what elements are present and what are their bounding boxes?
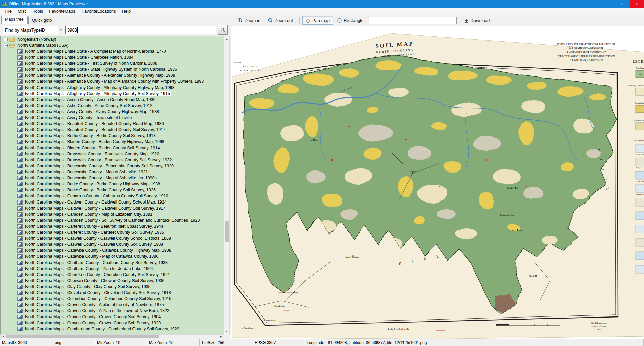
- tree-item[interactable]: North Carolina Maps - Bladen County - Bl…: [1, 145, 224, 151]
- tree-vertical-scrollbar[interactable]: ▲ ▼: [224, 36, 230, 334]
- expand-icon[interactable]: +: [4, 38, 8, 41]
- tree-item[interactable]: North Carolina Maps - Camden County - So…: [1, 217, 224, 223]
- tree-item[interactable]: North Carolina Maps - Brunswick County -…: [1, 151, 224, 157]
- agency-line: DIRECTOR AGRICULTURAL EXPERIMENT STATION: [558, 55, 615, 58]
- tree-item-label: North Carolina Maps - Burke County - Bur…: [24, 182, 161, 186]
- tree-item[interactable]: North Carolina Maps - Buncombe County - …: [1, 163, 224, 169]
- map-thumbnail-icon: [17, 273, 23, 277]
- tree-item[interactable]: North Carolina Maps - Alleghany County -…: [1, 84, 224, 91]
- tree-item[interactable]: North Carolina Maps - Carteret County - …: [1, 229, 224, 235]
- map-thumbnail-icon: [17, 73, 23, 78]
- tab-strip: Maps tree Quick goto: [0, 15, 230, 24]
- scroll-up-arrow[interactable]: ▲: [224, 36, 229, 41]
- close-button[interactable]: ×: [630, 0, 644, 8]
- agency-line: NORTH CAROLINA DEPARTMENT OF AGRICULTURE: [557, 43, 616, 46]
- legend-item-label: Porters loam: [635, 102, 644, 104]
- scroll-thumb[interactable]: [225, 221, 229, 242]
- tree-item[interactable]: North Carolina Maps Entire State - A Com…: [1, 48, 224, 54]
- tree-horizontal-scrollbar[interactable]: ◀ ▶: [0, 334, 224, 339]
- tree-item[interactable]: North Carolina Maps - Alleghany County -…: [1, 91, 224, 97]
- menu-item-help[interactable]: Help: [119, 8, 134, 14]
- tab-maps-tree[interactable]: Maps tree: [1, 16, 28, 24]
- tree-item[interactable]: North Carolina Maps - Craven County - A …: [1, 308, 224, 314]
- zoom-in-button[interactable]: Zoom in: [234, 16, 264, 25]
- menu-item-file[interactable]: File: [2, 8, 15, 14]
- tree-item[interactable]: North Carolina Maps - Beaufort County - …: [1, 121, 224, 127]
- zoom-out-button[interactable]: Zoom out: [264, 16, 297, 25]
- convention-caption: Boundary line: [636, 194, 644, 195]
- chevron-down-icon[interactable]: ▼: [58, 26, 64, 34]
- tree-item[interactable]: North Carolina Maps - Ashe County - Ashe…: [1, 103, 224, 109]
- tree-item[interactable]: North Carolina Maps - Carteret County - …: [1, 223, 224, 229]
- toolbar-input[interactable]: [369, 17, 457, 24]
- tree-item[interactable]: North Carolina Maps - Avery County - Tow…: [1, 115, 224, 121]
- tree-item[interactable]: North Carolina Maps - Chowan County - Ch…: [1, 278, 224, 284]
- tree-item[interactable]: North Carolina Maps Entire State - First…: [1, 60, 224, 66]
- collapse-icon[interactable]: −: [4, 44, 8, 47]
- soil-map-image: SOIL MAP NORTH CAROLINA ALLEGHANY COUNTY…: [231, 26, 644, 339]
- tree-item[interactable]: North Carolina Maps - Beaufort County - …: [1, 127, 224, 133]
- scroll-right-arrow[interactable]: ▶: [219, 334, 224, 339]
- tree-item[interactable]: North Carolina Maps - Caswell County - C…: [1, 241, 224, 247]
- tab-quick-goto[interactable]: Quick goto: [28, 17, 56, 24]
- scroll-thumb[interactable]: [6, 335, 159, 338]
- download-button[interactable]: Download: [461, 16, 493, 25]
- convention-thumbnail: [636, 265, 644, 273]
- minimize-button[interactable]: –: [601, 0, 615, 8]
- search-button[interactable]: [218, 25, 228, 35]
- tree-item[interactable]: North Carolina Maps - Craven County - A …: [1, 302, 224, 308]
- tree-item[interactable]: North Carolina Maps - Caswell County - C…: [1, 235, 224, 241]
- menu-item-favoritemaps[interactable]: FavoriteMaps: [46, 8, 78, 14]
- pan-map-button[interactable]: Pan map: [302, 16, 333, 25]
- tree-folder[interactable]: +Norgeskart (Norway): [1, 36, 224, 42]
- tree-item[interactable]: North Carolina Maps - Clay County - Clay…: [1, 284, 224, 290]
- tree-item[interactable]: North Carolina Maps - Cabarrus County - …: [1, 193, 224, 199]
- tree-item[interactable]: North Carolina Maps - Caldwell County - …: [1, 205, 224, 211]
- tree-item[interactable]: North Carolina Maps - Burke County - Bur…: [1, 181, 224, 187]
- tree-item[interactable]: North Carolina Maps - Catawba County - M…: [1, 253, 224, 260]
- tree-item[interactable]: North Carolina Maps - Cherokee County - …: [1, 272, 224, 278]
- tree-item[interactable]: North Carolina Maps - Craven County - Cr…: [1, 314, 224, 320]
- tree-item[interactable]: North Carolina Maps - Craven County - Cr…: [1, 320, 224, 326]
- tree-item[interactable]: North Carolina Maps - Avery County - Ave…: [1, 109, 224, 115]
- tree-item[interactable]: North Carolina Maps - Bertie County - Be…: [1, 133, 224, 139]
- rectangle-button[interactable]: Rectangle: [334, 16, 367, 25]
- tree-item[interactable]: North Carolina Maps - Cleveland County -…: [1, 290, 224, 296]
- scroll-left-arrow[interactable]: ◀: [1, 334, 6, 339]
- tree-item[interactable]: North Carolina Maps - Brunswick County -…: [1, 157, 224, 163]
- map-thumbnail-icon: [17, 212, 23, 217]
- scroll-down-arrow[interactable]: ▼: [224, 329, 229, 334]
- tree-item[interactable]: North Carolina Maps - Alamance County - …: [1, 72, 224, 78]
- maximize-button[interactable]: □: [615, 0, 630, 8]
- tree-item-label: North Carolina Maps - Ashe County - Ashe…: [24, 103, 153, 108]
- tree-item[interactable]: North Carolina Maps - Camden County - Ma…: [1, 211, 224, 217]
- maps-tree[interactable]: +Norgeskart (Norway)−North Carolina Maps…: [0, 36, 224, 334]
- tree-item[interactable]: North Carolina Maps - Buncombe County - …: [1, 175, 224, 181]
- tree-item[interactable]: North Carolina Maps - Chatham County - C…: [1, 260, 224, 266]
- tree-item[interactable]: North Carolina Maps - Buncombe County - …: [1, 169, 224, 175]
- map-thumbnail-icon: [17, 242, 23, 247]
- tree-item[interactable]: North Carolina Maps Entire State - State…: [1, 66, 224, 72]
- tree-item[interactable]: North Carolina Maps - Alamance County - …: [1, 78, 224, 84]
- tree-item[interactable]: North Carolina Maps - Catawba County - C…: [1, 247, 224, 253]
- tree-item[interactable]: North Carolina Maps - Anson County - Ans…: [1, 97, 224, 103]
- status-mapsid: MapsID: 3963: [0, 339, 53, 346]
- tree-item[interactable]: North Carolina Maps - Bladen County - Bl…: [1, 139, 224, 145]
- tree-item[interactable]: North Carolina Maps Entire State - Chero…: [1, 54, 224, 60]
- convention-thumbnail: [636, 145, 644, 153]
- map-canvas[interactable]: SOIL MAP NORTH CAROLINA ALLEGHANY COUNTY…: [231, 26, 644, 339]
- menu-item-misc[interactable]: Misc: [15, 8, 30, 14]
- map-label: Grandfather: [274, 305, 285, 307]
- menu-item-tools[interactable]: Tools: [30, 8, 46, 14]
- find-by-dropdown[interactable]: Find by MapsTypeID ▼: [3, 26, 64, 34]
- tree-item-label: North Carolina Maps - Craven County - A …: [24, 308, 170, 313]
- tree-item[interactable]: North Carolina Maps - Caldwell County - …: [1, 199, 224, 205]
- tree-item[interactable]: North Carolina Maps - Chatham County - P…: [1, 266, 224, 272]
- search-input-value: 3963: [67, 27, 77, 33]
- search-input[interactable]: 3963: [65, 26, 216, 34]
- menu-item-favoritelocations[interactable]: FavoriteLocations: [78, 8, 119, 14]
- tree-item[interactable]: North Carolina Maps - Burke County - Bur…: [1, 187, 224, 193]
- tree-item[interactable]: North Carolina Maps - Cumberland County …: [1, 326, 224, 332]
- tree-folder[interactable]: −North Carolina Maps (USA): [1, 42, 224, 48]
- tree-item[interactable]: North Carolina Maps - Columbus County - …: [1, 296, 224, 302]
